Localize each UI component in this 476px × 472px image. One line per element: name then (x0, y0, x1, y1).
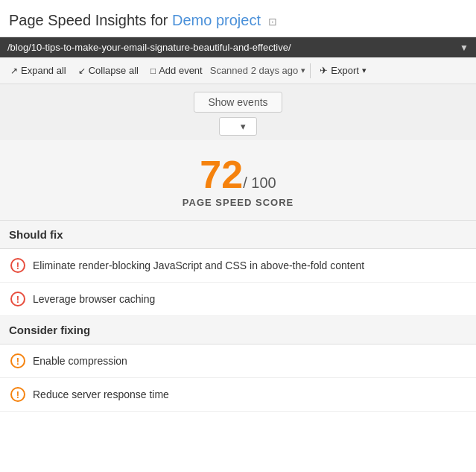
show-events-button[interactable]: Show events (194, 92, 282, 113)
issue-text-server-response: Reduce server response time (33, 388, 169, 400)
issue-icon-red-render-blocking: ! (10, 258, 25, 273)
collapse-all-button[interactable]: ↙ Collapse all (74, 62, 143, 79)
export-button[interactable]: ✈ Export ▾ (315, 62, 371, 79)
project-link[interactable]: Demo project (172, 12, 261, 28)
toolbar-divider (310, 63, 311, 78)
issue-icon-red-caching: ! (10, 292, 25, 306)
score-value: 72 (200, 153, 243, 196)
issue-text-render-blocking: Eliminate render-blocking JavaScript and… (33, 259, 364, 271)
score-label: PAGE SPEED SCORE (0, 197, 476, 208)
add-event-icon: □ (150, 66, 156, 76)
add-event-button[interactable]: □ Add event (146, 62, 207, 79)
issue-server-response: ! Reduce server response time (0, 378, 476, 412)
expand-all-icon: ↗ (10, 66, 18, 76)
export-dropdown-arrow: ▾ (362, 66, 366, 75)
score-section: 72/ 100 PAGE SPEED SCORE (0, 140, 476, 221)
score-display: 72/ 100 (0, 155, 476, 194)
issue-icon-orange-server: ! (10, 387, 25, 402)
url-dropdown-arrow[interactable]: ▼ (460, 43, 469, 53)
issue-browser-caching: ! Leverage browser caching (0, 283, 476, 316)
issue-icon-orange-compression: ! (10, 353, 25, 368)
events-dropdown-arrow: ▾ (241, 121, 246, 132)
consider-fixing-header: Consider fixing (0, 316, 476, 344)
toolbar: ↗ Expand all ↙ Collapse all □ Add event … (0, 57, 476, 84)
url-text: /blog/10-tips-to-make-your-email-signatu… (7, 42, 460, 53)
scan-info[interactable]: Scanned 2 days ago ▾ (210, 65, 306, 76)
issue-text-caching: Leverage browser caching (33, 293, 155, 305)
url-bar: /blog/10-tips-to-make-your-email-signatu… (0, 37, 476, 57)
export-icon: ✈ (320, 65, 328, 76)
issue-render-blocking: ! Eliminate render-blocking JavaScript a… (0, 249, 476, 283)
issue-text-compression: Enable compression (33, 355, 127, 367)
score-max: / 100 (243, 174, 276, 191)
events-dropdown[interactable]: ▾ (219, 117, 256, 136)
events-section: Show events ▾ (0, 84, 476, 140)
should-fix-header: Should fix (0, 221, 476, 249)
copy-icon[interactable]: ⊡ (268, 16, 277, 28)
scan-dropdown-arrow: ▾ (301, 66, 305, 75)
page-header: Page Speed Insights for Demo project ⊡ (0, 0, 476, 37)
expand-all-button[interactable]: ↗ Expand all (6, 62, 71, 79)
issue-compression: ! Enable compression (0, 344, 476, 378)
page-title: Page Speed Insights for Demo project ⊡ (9, 12, 467, 29)
collapse-all-icon: ↙ (78, 66, 86, 76)
